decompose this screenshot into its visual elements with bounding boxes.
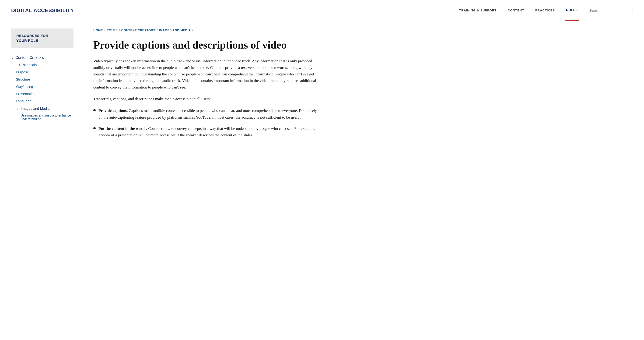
- sidebar-role-label-line1: RESOURCES FOR: [16, 33, 68, 38]
- bullet-dot-2: [93, 127, 96, 129]
- sidebar-content-creators-items: 10 Essentials Purpose Structure Wayfindi…: [11, 61, 74, 122]
- page-title: Provide captions and descriptions of vid…: [93, 39, 317, 51]
- nav-roles[interactable]: ROLES: [565, 0, 579, 21]
- sidebar-item-presentation[interactable]: Presentation: [16, 90, 74, 97]
- sidebar-content-creators-toggle[interactable]: ⌄ Content Creators: [11, 54, 74, 61]
- sidebar-role-box: RESOURCES FOR YOUR ROLE: [11, 29, 74, 48]
- sidebar-item-language[interactable]: Language: [16, 97, 74, 105]
- main-nav: TRAINING & SUPPORT CONTENT PRACTICES ROL…: [458, 0, 579, 21]
- breadcrumb-sep-3: /: [157, 29, 158, 32]
- site-logo[interactable]: DIGITAL ACCESSIBILITY: [11, 8, 74, 14]
- sidebar-item-use-images[interactable]: Use images and media to enhance understa…: [16, 112, 74, 122]
- nav-training[interactable]: TRAINING & SUPPORT: [458, 0, 498, 21]
- sidebar-role-label-line2: YOUR ROLE: [16, 38, 68, 43]
- site-header: DIGITAL ACCESSIBILITY TRAINING & SUPPORT…: [0, 0, 644, 21]
- bullet-item-words: Put the content in the words. Consider h…: [93, 125, 317, 138]
- page-layout: RESOURCES FOR YOUR ROLE ⌄ Content Creato…: [0, 21, 644, 340]
- breadcrumb: HOME / ROLES / CONTENT CREATORS / IMAGES…: [93, 29, 317, 32]
- nav-practices[interactable]: PRACTICES: [534, 0, 556, 21]
- bullet-bold-captions: Provide captions.: [98, 108, 128, 113]
- search-input[interactable]: [586, 7, 633, 14]
- bullet-text-words: Put the content in the words. Consider h…: [98, 125, 317, 138]
- sidebar-item-structure[interactable]: Structure: [16, 76, 74, 83]
- breadcrumb-sep-4: /: [192, 29, 193, 32]
- bullet-list: Provide captions. Captions make audible …: [93, 107, 317, 138]
- breadcrumb-images-media[interactable]: IMAGES AND MEDIA: [159, 29, 191, 32]
- bullet-dot-1: [93, 109, 96, 111]
- bullet-item-captions: Provide captions. Captions make audible …: [93, 107, 317, 121]
- sidebar: RESOURCES FOR YOUR ROLE ⌄ Content Creato…: [0, 21, 79, 340]
- main-content: HOME / ROLES / CONTENT CREATORS / IMAGES…: [79, 21, 336, 340]
- intro-paragraph: Video typically has spoken information i…: [93, 58, 317, 91]
- bullet-body-captions: Captions make audible content accessible…: [98, 108, 317, 119]
- sidebar-section-content-creators: ⌄ Content Creators 10 Essentials Purpose…: [11, 54, 74, 122]
- bullet-bold-words: Put the content in the words.: [98, 126, 147, 131]
- sidebar-images-media-items: Use images and media to enhance understa…: [16, 112, 74, 122]
- breadcrumb-roles[interactable]: ROLES: [107, 29, 118, 32]
- sidebar-images-media-toggle[interactable]: ⌄ Images and Media: [16, 105, 74, 112]
- breadcrumb-sep-1: /: [104, 29, 105, 32]
- breadcrumb-home[interactable]: HOME: [93, 29, 103, 32]
- subintro-paragraph: Transcripts, captions, and descriptions …: [93, 96, 317, 102]
- sidebar-images-media-label: Images and Media: [21, 107, 50, 110]
- chevron-down-icon: ⌄: [11, 56, 14, 59]
- sidebar-item-purpose[interactable]: Purpose: [16, 68, 74, 76]
- bullet-text-captions: Provide captions. Captions make audible …: [98, 107, 317, 121]
- chevron-down-icon-2: ⌄: [16, 106, 19, 110]
- breadcrumb-content-creators[interactable]: CONTENT CREATORS: [121, 29, 156, 32]
- sidebar-item-essentials[interactable]: 10 Essentials: [16, 61, 74, 68]
- breadcrumb-sep-2: /: [119, 29, 120, 32]
- sidebar-content-creators-label: Content Creators: [16, 56, 44, 60]
- sidebar-item-wayfinding[interactable]: Wayfinding: [16, 83, 74, 90]
- nav-content[interactable]: CONTENT: [507, 0, 525, 21]
